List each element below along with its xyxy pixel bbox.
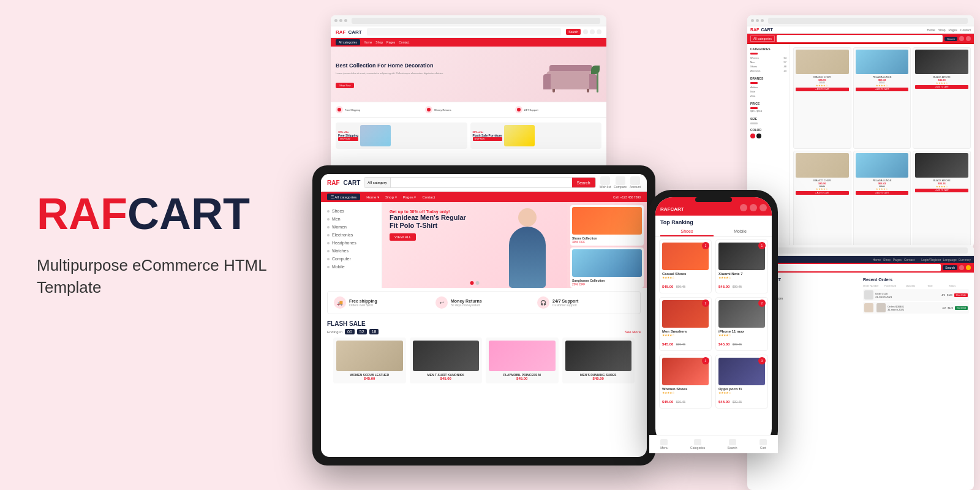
r-add-to-cart-4[interactable]: + ADD TO CART xyxy=(796,191,849,195)
r-nav-home[interactable]: Home xyxy=(927,28,935,32)
mini-all-categories[interactable]: All categories xyxy=(336,39,360,45)
tablet-search-input[interactable] xyxy=(391,178,572,187)
tablet-product-1[interactable]: WOMEN SCRUB LEATHER $45.00 xyxy=(333,337,406,383)
tablet-view-all-btn[interactable]: VIEW ALL xyxy=(390,233,416,241)
mini-shop-now-btn[interactable]: Shop Now xyxy=(336,83,354,88)
br-search-bar[interactable] xyxy=(775,264,941,271)
tablet-icon-compare[interactable]: Compare xyxy=(614,176,627,189)
br-login-link[interactable]: Login/Register xyxy=(921,258,941,262)
br-search-btn[interactable]: Search xyxy=(943,265,957,270)
tablet-nav-shop[interactable]: Shop ▾ xyxy=(385,195,397,199)
sidebar-computer[interactable]: Computer xyxy=(324,255,379,263)
tablet-search-wrap[interactable]: All category Search xyxy=(364,177,595,188)
side-product-glasses[interactable]: Sunglasses Collection 20% OFF xyxy=(570,247,644,288)
r-size-filter[interactable] xyxy=(750,123,758,124)
tablet-search-btn[interactable]: Search xyxy=(572,178,595,187)
r-nav-shop[interactable]: Shop xyxy=(938,28,946,32)
bottom-nav-menu[interactable]: Menu xyxy=(660,439,668,446)
sidebar-men[interactable]: Men xyxy=(324,215,379,223)
r-dot-1 xyxy=(751,19,754,22)
phone-products: 1 Casual Shoes ★★★★☆ $45.00 $99.45 1 Xia… xyxy=(655,237,772,411)
close-order-btn-1[interactable]: Close Order xyxy=(954,293,968,297)
phone-product-oppo[interactable]: 3 Oppo poco f1 ★★★★☆ $45.00 $99.45 xyxy=(715,355,768,409)
phone-product-women-shoes[interactable]: 3 Women Shoes ★★★★☆ $45.00 $99.45 xyxy=(659,355,712,409)
order-img-2b xyxy=(876,303,886,312)
r-add-to-cart-1[interactable]: + ADD TO CART xyxy=(796,88,849,91)
tablet-product-3[interactable]: PLAYMOBIL PRINCESS M $45.00 xyxy=(486,337,559,383)
phone-product-iphone[interactable]: 2 iPhone 11 max ★★★★☆ $45.00 $99.45 xyxy=(715,297,768,351)
br-mini-nav xyxy=(747,245,974,256)
tablet-nav-contact[interactable]: Contact xyxy=(422,195,435,199)
r-cat-men[interactable]: Men57 xyxy=(750,60,786,64)
r-add-to-cart-3[interactable]: + ADD TO CART xyxy=(915,85,968,89)
br-nav-shop[interactable]: Shop xyxy=(883,258,891,262)
mini-nav-pages[interactable]: Pages xyxy=(386,40,395,44)
side-product-shoes[interactable]: Shoes Collection 30% OFF xyxy=(570,205,644,246)
dot-active[interactable] xyxy=(470,281,474,285)
r-nav-contact[interactable]: Contact xyxy=(960,28,971,32)
bottom-nav-search[interactable]: Search xyxy=(728,439,737,446)
promo-btn-2[interactable]: SHOP NOW xyxy=(473,137,502,141)
bottom-nav-cart[interactable]: Cart xyxy=(760,439,767,446)
ending-in-label: Ending in xyxy=(327,330,342,334)
sidebar-electronics[interactable]: Electronics xyxy=(324,231,379,239)
tab-shoes[interactable]: Shoes xyxy=(660,227,714,236)
r-cat-accessories[interactable]: Accessor.24 xyxy=(750,69,786,73)
bottom-nav-categories[interactable]: Categories xyxy=(690,439,705,446)
mini-nav-contact[interactable]: Contact xyxy=(399,40,409,44)
sidebar-watches[interactable]: Watches xyxy=(324,247,379,255)
r-cat-shoes[interactable]: Shoes48 xyxy=(750,64,786,69)
phone-product-casual-shoes[interactable]: 1 Casual Shoes ★★★★☆ $45.00 $99.45 xyxy=(659,239,712,293)
br-nav-home[interactable]: Home xyxy=(873,258,881,262)
see-more-link[interactable]: See More xyxy=(625,330,641,334)
phone-product-men-sneakers[interactable]: 2 Men Sneakers ★★★★☆ $45.00 $99.45 xyxy=(659,297,712,351)
order-info-2: Order #130481 31-march-2021 xyxy=(888,305,941,311)
r-brand-3[interactable]: Zara xyxy=(750,94,786,98)
sidebar-mobile[interactable]: Mobile xyxy=(324,263,379,271)
sidebar-women[interactable]: Women xyxy=(324,223,379,231)
br-language[interactable]: Language xyxy=(943,258,956,262)
br-nav-pages[interactable]: Pages xyxy=(893,258,902,262)
phone-search-icon[interactable] xyxy=(740,204,747,211)
view-detail-btn-2[interactable]: View Detail xyxy=(955,306,968,310)
tablet-icon-wishlist[interactable]: Wish list xyxy=(600,176,611,189)
phone-product-xiaomi[interactable]: 1 Xiaomi Note 7 ★★★★☆ $45.00 $99.45 xyxy=(715,239,768,293)
r-search-field[interactable] xyxy=(777,35,943,42)
r-add-to-cart-6[interactable]: + ADD TO CART xyxy=(915,189,968,192)
dot-2[interactable] xyxy=(476,281,480,285)
promo-btn-1[interactable]: SHOP NOW xyxy=(338,137,358,141)
r-brand-filter[interactable] xyxy=(750,82,758,84)
mini-nav-home[interactable]: Home xyxy=(364,40,372,44)
r-search-btn[interactable]: Search xyxy=(944,37,957,41)
sidebar-shoes[interactable]: Shoes xyxy=(324,207,379,215)
r-brand-2[interactable]: Nike xyxy=(750,89,786,94)
mini-nav-shop[interactable]: Shop xyxy=(375,40,383,44)
r-cat-women[interactable]: Women64 xyxy=(750,56,786,60)
r-brand-1[interactable]: Adidas xyxy=(750,85,786,89)
br-nav-contact[interactable]: Contact xyxy=(904,258,914,262)
tablet-nav-home[interactable]: Home ▾ xyxy=(366,195,379,199)
r-add-to-cart-5[interactable]: + ADD TO CART xyxy=(856,191,909,195)
order-img-2 xyxy=(864,303,873,312)
sidebar-headphones[interactable]: Headphones xyxy=(324,239,379,247)
tablet-header-icons: Wish list Compare Account xyxy=(600,176,641,189)
tablet-search-cat[interactable]: All category xyxy=(364,178,390,187)
mini-search-btn[interactable]: Search xyxy=(566,29,581,35)
tablet-product-2[interactable]: MEN T-SHIRT KANONIKK $45.00 xyxy=(410,337,483,383)
r-color-black[interactable] xyxy=(756,134,761,138)
tablet-all-cat[interactable]: ☰ All categories xyxy=(327,194,360,200)
br-currency[interactable]: Currency xyxy=(959,258,971,262)
r-all-cat-btn[interactable]: All categories xyxy=(750,36,775,42)
tablet-icon-account[interactable]: Account xyxy=(630,176,641,189)
r-add-to-cart-2[interactable]: + ADD TO CART xyxy=(856,88,909,91)
r-color-red[interactable] xyxy=(750,134,755,138)
r-nav-pages[interactable]: Pages xyxy=(949,28,957,32)
tablet-nav-pages[interactable]: Pages ▾ xyxy=(403,195,417,199)
r-cat-filter-1[interactable] xyxy=(750,53,758,55)
tablet-product-4[interactable]: MEN'S RUNNING SHOES $45.00 xyxy=(562,337,635,383)
brand-name-cart: CART xyxy=(127,189,250,238)
mini-promo-card-2-content: 30% offer Flash Sale Furniture SHOP NOW xyxy=(473,130,502,141)
tab-mobile[interactable]: Mobile xyxy=(714,227,767,236)
phone-cart-icon[interactable] xyxy=(750,204,757,211)
phone-account-icon[interactable] xyxy=(760,204,767,211)
